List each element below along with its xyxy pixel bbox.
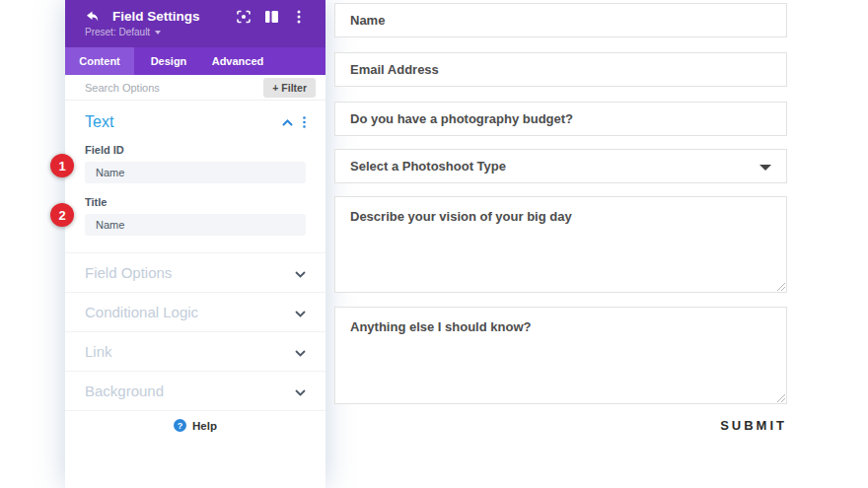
resize-handle-icon[interactable]: [775, 392, 785, 402]
search-options-row: + Filter: [65, 75, 326, 101]
hover-mode-icon[interactable]: [237, 10, 251, 24]
chevron-down-icon: [295, 304, 306, 321]
tab-advanced[interactable]: Advanced: [203, 47, 272, 75]
split-view-icon[interactable]: [264, 10, 278, 24]
field-id-label: Field ID: [85, 144, 306, 156]
more-options-icon[interactable]: [292, 10, 306, 24]
preset-selector[interactable]: Preset: Default: [85, 27, 306, 37]
form-field-photoshoot-type-select[interactable]: Select a Photoshoot Type: [334, 149, 787, 183]
form-field-budget[interactable]: Do you have a photography budget?: [334, 102, 787, 136]
section-conditional-logic[interactable]: Conditional Logic: [65, 292, 326, 331]
preset-label: Preset: Default: [85, 27, 150, 37]
chevron-down-icon: [295, 383, 306, 400]
tab-design[interactable]: Design: [134, 47, 203, 75]
select-caret-icon: [760, 165, 771, 171]
collapse-chevron-up-icon[interactable]: [282, 119, 293, 126]
back-icon[interactable]: [85, 10, 100, 23]
panel-title: Field Settings: [112, 9, 237, 24]
section-background[interactable]: Background: [65, 371, 326, 410]
section-link[interactable]: Link: [65, 331, 326, 371]
help-link[interactable]: ? Help: [65, 410, 326, 440]
annotation-marker-1: 1: [50, 154, 74, 177]
help-icon: ?: [174, 419, 186, 432]
section-field-options[interactable]: Field Options: [65, 252, 326, 292]
form-field-email[interactable]: Email Address: [334, 52, 787, 87]
form-field-vision-textarea[interactable]: Describe your vision of your big day: [334, 196, 787, 293]
search-options-input[interactable]: [85, 82, 263, 94]
chevron-down-icon: [295, 343, 306, 361]
form-field-notes-textarea[interactable]: Anything else I should know?: [334, 307, 787, 404]
title-label: Title: [85, 196, 306, 208]
field-id-input[interactable]: [85, 162, 306, 183]
text-section: Text Field ID Title: [65, 101, 326, 252]
preset-caret-icon: [155, 31, 161, 35]
tab-content[interactable]: Content: [65, 47, 134, 75]
filter-button[interactable]: + Filter: [263, 78, 316, 98]
chevron-down-icon: [295, 264, 306, 282]
settings-tabbar: Content Design Advanced: [65, 47, 326, 75]
submit-button[interactable]: SUBMIT: [720, 418, 787, 433]
field-settings-panel: Field Settings Preset: Default: [65, 0, 326, 488]
text-section-title[interactable]: Text: [85, 113, 282, 131]
panel-header: Field Settings Preset: Default: [65, 0, 326, 47]
contact-form-preview: Name Email Address Do you have a photogr…: [334, 0, 787, 488]
form-field-name[interactable]: Name: [334, 3, 787, 37]
title-input[interactable]: [85, 214, 306, 236]
annotation-marker-2: 2: [50, 203, 74, 227]
resize-handle-icon[interactable]: [775, 281, 785, 291]
section-options-icon[interactable]: [303, 116, 306, 128]
